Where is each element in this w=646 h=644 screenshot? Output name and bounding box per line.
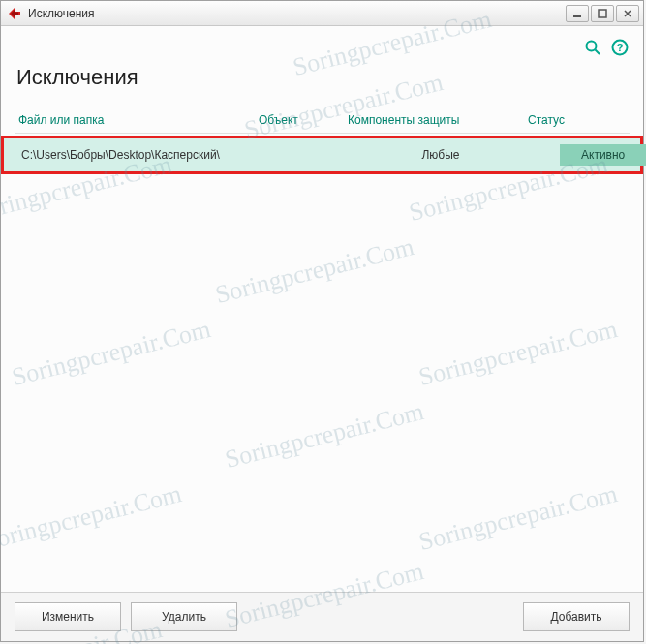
window-title: Исключения	[28, 7, 566, 20]
titlebar: Исключения	[1, 1, 643, 26]
svg-rect-0	[573, 15, 581, 17]
column-status-header[interactable]: Статус	[528, 113, 630, 127]
cell-file: C:\Users\Бобры\Desktop\Касперский\	[21, 148, 261, 162]
window-controls	[566, 5, 639, 22]
table-header: Файл или папка Объект Компоненты защиты …	[15, 107, 630, 134]
delete-button[interactable]: Удалить	[131, 602, 237, 631]
column-components-header[interactable]: Компоненты защиты	[348, 113, 528, 127]
content-area: ? Исключения Файл или папка Объект Компо…	[1, 26, 643, 592]
selected-row-highlight: C:\Users\Бобры\Desktop\Касперский\ Любые…	[1, 136, 643, 174]
empty-area	[15, 174, 630, 578]
column-object-header[interactable]: Объект	[259, 113, 348, 127]
svg-text:?: ?	[617, 42, 624, 53]
svg-line-3	[596, 50, 600, 55]
search-icon[interactable]	[583, 38, 602, 57]
table-row[interactable]: C:\Users\Бобры\Desktop\Касперский\ Любые…	[4, 138, 640, 171]
close-button[interactable]	[616, 5, 639, 22]
bottom-bar: Изменить Удалить Добавить	[1, 592, 643, 641]
cell-status: Активно	[531, 144, 646, 166]
spacer	[247, 602, 513, 631]
cell-components: Любые	[351, 148, 531, 162]
edit-button[interactable]: Изменить	[15, 602, 121, 631]
app-window: Исключения ?	[0, 0, 644, 642]
minimize-button[interactable]	[566, 5, 589, 22]
app-icon	[7, 6, 22, 21]
toolbar: ?	[15, 34, 630, 61]
help-icon[interactable]: ?	[610, 38, 630, 57]
status-badge: Активно	[560, 144, 646, 166]
svg-point-2	[587, 42, 597, 51]
maximize-button[interactable]	[591, 5, 614, 22]
svg-rect-1	[599, 10, 606, 17]
page-title: Исключения	[16, 65, 630, 90]
add-button[interactable]: Добавить	[523, 602, 630, 631]
column-file-header[interactable]: Файл или папка	[18, 113, 259, 127]
